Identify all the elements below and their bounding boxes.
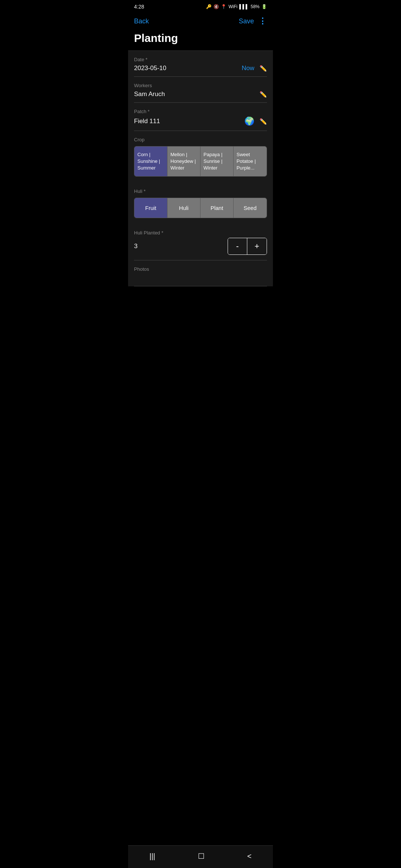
mute-icon: 🔇 xyxy=(213,4,219,9)
huli-option-2[interactable]: Plant xyxy=(200,198,234,218)
now-button[interactable]: Now xyxy=(242,65,254,72)
photos-placeholder xyxy=(134,275,267,286)
huli-grid: FruitHuliPlantSeed xyxy=(134,198,267,218)
increment-button[interactable]: + xyxy=(247,238,267,254)
date-value: 2023-05-10 xyxy=(134,65,166,72)
status-icons: 🔑 🔇 📍 WiFi ▌▌▌ 58% 🔋 xyxy=(206,4,267,9)
save-button[interactable]: Save xyxy=(239,17,254,25)
huli-planted-stepper: - + xyxy=(228,238,267,255)
workers-label: Workers xyxy=(134,83,267,88)
status-bar: 4:28 🔑 🔇 📍 WiFi ▌▌▌ 58% 🔋 xyxy=(128,0,273,13)
date-actions: Now ✏️ xyxy=(242,65,267,72)
content-area: Date * 2023-05-10 Now ✏️ Workers Sam Aru… xyxy=(128,51,273,286)
date-edit-icon[interactable]: ✏️ xyxy=(260,65,267,72)
patch-edit-icon[interactable]: ✏️ xyxy=(260,118,267,125)
planted-row: 3 - + xyxy=(134,238,267,260)
status-time: 4:28 xyxy=(134,4,144,10)
patch-actions: 🌍 ✏️ xyxy=(244,116,267,126)
back-button[interactable]: Back xyxy=(134,17,149,25)
date-field-group: Date * 2023-05-10 Now ✏️ xyxy=(134,51,267,77)
huli-section: Huli * FruitHuliPlantSeed xyxy=(134,183,267,218)
crop-grid: Corn | Sunshine | SummerMellon | Honeyde… xyxy=(134,146,267,177)
crop-label: Crop xyxy=(134,137,267,142)
workers-row: Sam Aruch ✏️ xyxy=(134,91,267,102)
huli-label: Huli * xyxy=(134,188,267,194)
crop-option-2[interactable]: Papaya | Sunrise | Winter xyxy=(200,147,234,176)
top-nav: Back Save ⋮ xyxy=(128,13,273,29)
nav-right: Save ⋮ xyxy=(239,16,267,26)
more-menu-button[interactable]: ⋮ xyxy=(258,16,267,26)
workers-actions: ✏️ xyxy=(260,91,267,98)
huli-option-0[interactable]: Fruit xyxy=(134,198,167,218)
planted-label: Huli Planted * xyxy=(134,230,267,236)
wifi-icon: WiFi xyxy=(228,4,237,9)
patch-field-group: Patch * Field 111 🌍 ✏️ xyxy=(134,103,267,131)
patch-row: Field 111 🌍 ✏️ xyxy=(134,116,267,131)
planted-section: Huli Planted * 3 - + xyxy=(134,224,267,260)
workers-edit-icon[interactable]: ✏️ xyxy=(260,91,267,98)
patch-value: Field 111 xyxy=(134,118,160,125)
workers-field-group: Workers Sam Aruch ✏️ xyxy=(134,77,267,103)
photos-label: Photos xyxy=(134,266,267,272)
photos-section: Photos xyxy=(134,260,267,286)
patch-label: Patch * xyxy=(134,109,267,114)
page-title: Planting xyxy=(134,32,267,45)
date-label: Date * xyxy=(134,57,267,62)
signal-icon: ▌▌▌ xyxy=(239,4,249,9)
crop-option-3[interactable]: Sweet Potatoe | Purple... xyxy=(234,147,267,176)
battery-text: 58% xyxy=(251,4,260,9)
page-title-bar: Planting xyxy=(128,29,273,51)
crop-section: Crop Corn | Sunshine | SummerMellon | Ho… xyxy=(134,131,267,177)
planted-value: 3 xyxy=(134,243,137,250)
crop-option-0[interactable]: Corn | Sunshine | Summer xyxy=(134,147,167,176)
globe-icon[interactable]: 🌍 xyxy=(244,116,254,126)
decrement-button[interactable]: - xyxy=(228,238,247,254)
key-icon: 🔑 xyxy=(206,4,212,9)
crop-option-1[interactable]: Mellon | Honeydew | Winter xyxy=(167,147,200,176)
location-icon: 📍 xyxy=(221,4,226,9)
date-row: 2023-05-10 Now ✏️ xyxy=(134,65,267,76)
huli-option-1[interactable]: Huli xyxy=(167,198,200,218)
workers-value: Sam Aruch xyxy=(134,91,165,98)
huli-option-3[interactable]: Seed xyxy=(234,198,267,218)
battery-icon: 🔋 xyxy=(261,4,267,9)
